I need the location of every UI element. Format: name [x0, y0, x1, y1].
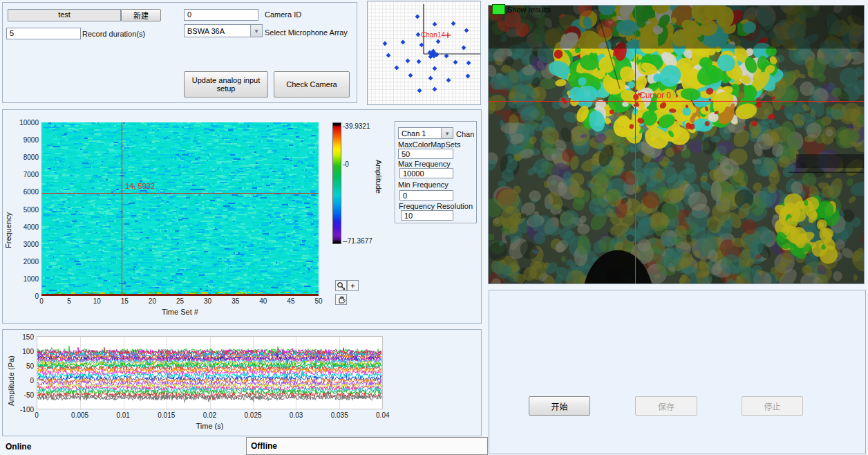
- axis-tick: 0.02: [197, 411, 222, 419]
- axis-tick: 150: [3, 333, 34, 341]
- camera-id-label: Camera ID: [265, 10, 301, 19]
- chevron-down-icon[interactable]: ▾: [441, 128, 453, 138]
- axis-tick: 2000: [3, 258, 39, 266]
- axis-tick: 7000: [3, 171, 39, 178]
- chan-control-group: Chan 1 ▾ Chan MaxColorMapSets 50 Max Fre…: [395, 121, 477, 223]
- axis-tick: 0.01: [111, 411, 135, 419]
- axis-tick: 0.035: [327, 411, 352, 419]
- plus-crosshair-icon: +: [350, 281, 355, 290]
- record-duration-label: Record duration(s): [82, 30, 145, 38]
- axis-tick: 1000: [3, 275, 39, 283]
- axis-tick: 6000: [3, 188, 39, 196]
- amplitude-colorbar: [332, 122, 341, 244]
- magnifier-icon: [337, 281, 346, 290]
- min-frequency-input[interactable]: 0: [399, 190, 453, 201]
- record-duration-input[interactable]: 5: [6, 28, 81, 39]
- camera-cursor-hline[interactable]: [489, 101, 864, 102]
- axis-tick: 0.015: [154, 411, 179, 419]
- spectrogram-cursor-hline[interactable]: [41, 193, 319, 194]
- offline-status-label: Offline: [251, 441, 277, 451]
- axis-tick: 35: [223, 297, 248, 305]
- mic-array-points: [368, 1, 480, 104]
- max-colormap-label: MaxColorMapSets: [398, 140, 460, 149]
- chan-label: Chan: [456, 130, 474, 138]
- stop-button[interactable]: 停止: [742, 396, 803, 416]
- colorbar-tick-min: --71.3677: [343, 237, 372, 245]
- colorbar-tick-max: -39.9321: [343, 122, 370, 130]
- axis-tick: 30: [196, 297, 220, 305]
- axis-tick: 4000: [3, 223, 39, 231]
- mic-array-label: Select Microphone Array: [265, 28, 348, 37]
- colorbar-tick-zero: -0: [343, 160, 349, 168]
- axis-tick: 0: [3, 377, 34, 384]
- chan-value: Chan 1: [399, 129, 441, 138]
- colorbar-label: Amplitude: [375, 160, 383, 243]
- axis-tick: 5000: [3, 206, 39, 214]
- axis-tick: 5: [57, 297, 82, 305]
- cursor-tool-button[interactable]: +: [347, 280, 359, 291]
- run-control-panel: 开始 保存 停止: [489, 290, 866, 454]
- min-frequency-label: Min Frequency: [398, 180, 449, 189]
- pan-tool-button[interactable]: [335, 294, 347, 305]
- frequency-resolution-label: Frequency Resolution: [399, 202, 473, 210]
- waveform-traces: [37, 337, 382, 409]
- axis-tick: 0.03: [284, 411, 309, 419]
- waveform-plot: [37, 336, 383, 409]
- waveform-xlabel: Time (s): [37, 422, 383, 430]
- max-colormap-input[interactable]: 50: [398, 149, 453, 159]
- axis-tick: 0: [29, 297, 54, 305]
- chan-dropdown[interactable]: Chan 1 ▾: [398, 127, 453, 139]
- save-button[interactable]: 保存: [635, 396, 697, 416]
- axis-tick: 8000: [3, 154, 39, 161]
- axis-tick: 0.005: [68, 411, 93, 419]
- offline-status-box: Offline: [246, 437, 488, 455]
- axis-tick: 0: [24, 411, 49, 419]
- spectrogram-image[interactable]: [41, 122, 319, 296]
- axis-tick: 3000: [3, 241, 39, 248]
- spectrogram-panel: Frequency 100009000800070006000500040003…: [2, 109, 482, 324]
- camera-view: Cursor 0 Show results: [488, 5, 865, 284]
- new-session-button[interactable]: 新建: [121, 9, 161, 21]
- frequency-resolution-input[interactable]: 10: [401, 210, 453, 221]
- session-name-field[interactable]: test: [8, 9, 121, 21]
- show-results-label: Show results: [507, 6, 551, 14]
- start-button[interactable]: 开始: [529, 396, 590, 416]
- max-frequency-label: Max Frequency: [398, 160, 451, 168]
- axis-tick: 0.025: [240, 411, 265, 419]
- spectrogram-cursor-vline[interactable]: [122, 122, 122, 296]
- axis-tick: 40: [251, 297, 276, 305]
- axis-tick: 10000: [3, 119, 39, 127]
- axis-tick: 9000: [3, 136, 39, 144]
- axis-tick: 15: [112, 297, 137, 305]
- show-results-checkbox[interactable]: [492, 4, 505, 15]
- axis-tick: 10: [84, 297, 109, 305]
- waveform-panel: Amplitude (Pa) 150100500-50-100 00.0050.…: [2, 329, 482, 436]
- online-status-label: Online: [6, 442, 31, 452]
- max-frequency-input[interactable]: 10000: [399, 168, 453, 178]
- axis-tick: 0.04: [370, 411, 395, 419]
- mic-array-dropdown[interactable]: BSWA 36A ▾: [184, 24, 263, 37]
- acoustic-map-image[interactable]: [489, 6, 864, 284]
- axis-tick: -50: [3, 391, 34, 399]
- chevron-down-icon[interactable]: ▾: [250, 25, 262, 37]
- acoustic-camera-app: { "settings": { "session_name": "test", …: [0, 0, 868, 455]
- mic-array-value: BSWA 36A: [185, 27, 250, 35]
- axis-tick: 50: [306, 297, 331, 305]
- spectrogram-cursor-label: 14, 5932: [125, 182, 155, 190]
- update-analog-input-button[interactable]: Update analog input setup: [184, 71, 268, 98]
- axis-tick: 25: [168, 297, 193, 305]
- zoom-tool-button[interactable]: [335, 280, 347, 291]
- spectrogram-xlabel: Time Set #: [41, 308, 319, 316]
- mic-array-geometry-plot: Chan14: [367, 1, 481, 105]
- hand-icon: [337, 295, 346, 304]
- camera-id-input[interactable]: 0: [184, 9, 258, 21]
- check-camera-button[interactable]: Check Camera: [274, 71, 350, 98]
- mic-channel-cursor-label: Chan14: [421, 31, 445, 39]
- settings-panel: test 新建 0 Camera ID 5 Record duration(s)…: [2, 2, 357, 103]
- axis-tick: 45: [279, 297, 303, 305]
- camera-cursor-label: Cursor 0: [639, 91, 671, 100]
- spectrogram-plot: 14, 5932: [41, 122, 319, 296]
- axis-tick: 100: [3, 348, 34, 355]
- camera-cursor-vline[interactable]: [635, 6, 636, 284]
- axis-tick: 50: [3, 362, 34, 370]
